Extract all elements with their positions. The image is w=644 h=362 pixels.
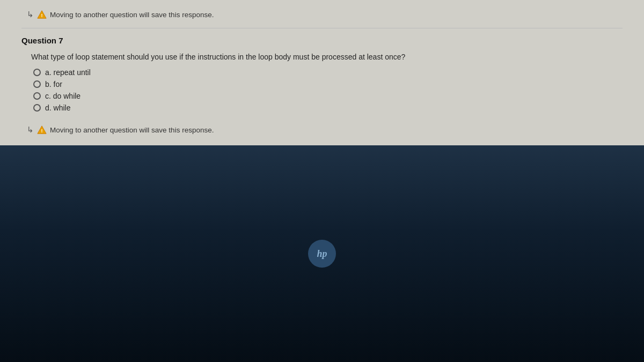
hp-logo: hp [308, 240, 336, 268]
option-label-b: b. for [45, 80, 62, 88]
option-radio-d[interactable] [33, 104, 41, 112]
dark-area: hp [0, 145, 644, 362]
screen-wrapper: ↳ ! Moving to another question will save… [0, 0, 644, 362]
option-label-c: c. do while [45, 92, 80, 100]
warning-row-top: ↳ ! Moving to another question will save… [21, 10, 623, 19]
question-content: What type of loop statement should you u… [21, 51, 623, 112]
warning-text-top: Moving to another question will save thi… [50, 11, 214, 19]
quiz-area: ↳ ! Moving to another question will save… [0, 0, 644, 145]
list-item: a. repeat until [33, 68, 623, 77]
arrow-icon-bottom: ↳ [27, 125, 34, 135]
warning-triangle-icon-top: ! [37, 10, 47, 19]
option-label-d: d. while [45, 104, 70, 112]
section-divider [21, 28, 623, 28]
option-radio-a[interactable] [33, 69, 41, 76]
list-item: d. while [33, 104, 623, 112]
question-text: What type of loop statement should you u… [31, 51, 623, 63]
question-label: Question 7 [21, 36, 623, 45]
svg-text:!: ! [41, 13, 43, 18]
warning-text-bottom: Moving to another question will save thi… [50, 126, 214, 134]
option-radio-b[interactable] [33, 80, 41, 88]
svg-text:!: ! [41, 128, 43, 134]
list-item: b. for [33, 80, 623, 88]
warning-triangle-icon-bottom: ! [37, 125, 47, 135]
arrow-icon-top: ↳ [27, 10, 34, 19]
list-item: c. do while [33, 92, 623, 100]
option-label-a: a. repeat until [45, 68, 91, 77]
warning-row-bottom: ↳ ! Moving to another question will save… [21, 125, 623, 135]
options-list: a. repeat until b. for c. do while d. wh… [31, 68, 623, 112]
option-radio-c[interactable] [33, 92, 41, 100]
